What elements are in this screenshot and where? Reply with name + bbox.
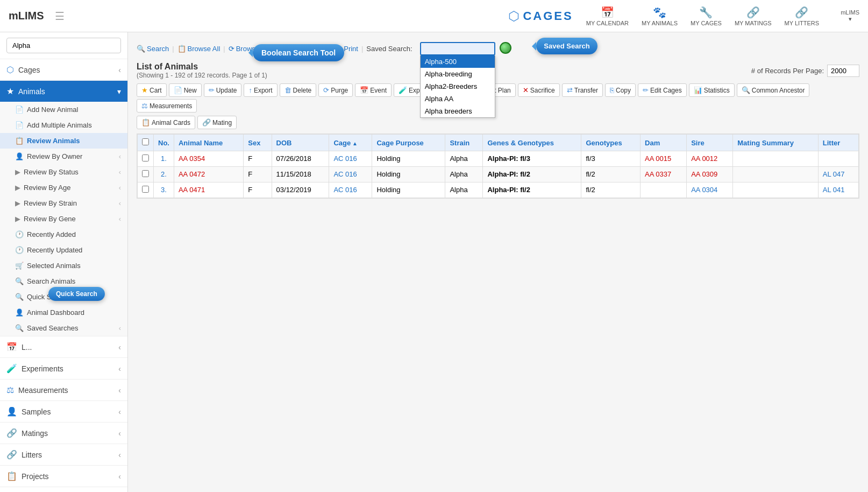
- sidebar-section-animals: ★ Animals ▾ 📄 Add New Animal 📄 Add Multi…: [0, 81, 127, 336]
- col-header-sire[interactable]: Sire: [687, 135, 733, 151]
- col-header-cage[interactable]: Cage: [329, 135, 372, 151]
- sidebar-item-review-by-age[interactable]: ▶ Review By Age ‹: [0, 180, 127, 195]
- sidebar-item-add-multiple-animals[interactable]: 📄 Add Multiple Animals: [0, 117, 127, 133]
- row1-checkbox[interactable]: [142, 154, 149, 161]
- sidebar-item-quick-search[interactable]: 🔍 Quick Search Quick Search: [0, 289, 127, 305]
- search-link[interactable]: 🔍 Search: [137, 45, 169, 53]
- sidebar-item-saved-searches[interactable]: 🔍 Saved Searches ‹: [0, 320, 127, 336]
- sidebar-item-selected-animals[interactable]: 🛒 Selected Animals: [0, 258, 127, 273]
- row1-no-link[interactable]: 1.: [161, 154, 167, 163]
- nav-my-cages[interactable]: 🔧 MY CAGES: [691, 6, 722, 26]
- sidebar-item-review-by-status[interactable]: ▶ Review By Status ‹: [0, 164, 127, 180]
- col-header-genes-genotypes[interactable]: Genes & Genotypes: [483, 135, 581, 151]
- experiments-section-icon: 🧪: [6, 363, 17, 374]
- col-header-animal-name[interactable]: Animal Name: [174, 135, 243, 151]
- nav-my-animals[interactable]: 🐾 MY ANIMALS: [642, 6, 678, 26]
- cart-button[interactable]: ★ Cart: [137, 83, 167, 97]
- nav-my-litters[interactable]: 🔗 MY LITTERS: [785, 6, 820, 26]
- sidebar-item-recently-updated[interactable]: 🕐 Recently Updated: [0, 242, 127, 258]
- brand-logo[interactable]: mLIMS: [9, 10, 44, 22]
- row2-dam-link[interactable]: AA 0337: [645, 170, 671, 178]
- sidebar-item-review-by-owner[interactable]: 👤 Review By Owner ‹: [0, 149, 127, 164]
- row3-no-link[interactable]: 3.: [161, 186, 167, 194]
- sidebar-section-header-litters[interactable]: 📅 L... ‹: [0, 336, 127, 357]
- saved-search-option-1[interactable]: Alpha-breeding: [421, 68, 495, 80]
- select-all-checkbox[interactable]: [142, 138, 149, 145]
- row2-animal-name-link[interactable]: AA 0472: [179, 170, 205, 178]
- saved-search-tooltip: Saved Search: [536, 38, 597, 54]
- sidebar-section-header-cages[interactable]: ⬡ Cages ‹: [0, 59, 127, 80]
- sidebar-item-review-animals[interactable]: 📋 Review Animals: [0, 133, 127, 149]
- row1-cage-link[interactable]: AC 016: [333, 154, 357, 163]
- user-menu[interactable]: mLIMS ▾: [841, 9, 859, 23]
- row2-mating-summary: [733, 167, 819, 182]
- sidebar-section-header-litters2[interactable]: 🔗 Litters ‹: [0, 444, 127, 465]
- saved-searches-icon: 🔍: [15, 324, 24, 332]
- row2-litter-link[interactable]: AL 047: [823, 170, 845, 178]
- sidebar-item-review-by-strain[interactable]: ▶ Review By Strain ‹: [0, 195, 127, 211]
- nav-my-matings[interactable]: 🔗 MY MATINGS: [735, 6, 772, 26]
- sidebar-item-recently-added[interactable]: 🕐 Recently Added: [0, 227, 127, 242]
- animals-icon: 🐾: [653, 6, 666, 19]
- saved-search-green-dot[interactable]: [500, 42, 511, 54]
- mating-button[interactable]: 🔗 Mating: [197, 116, 237, 129]
- col-header-strain[interactable]: Strain: [445, 135, 483, 151]
- row1-animal-name-link[interactable]: AA 0354: [179, 154, 205, 163]
- row3-animal-name-link[interactable]: AA 0471: [179, 186, 205, 194]
- sidebar-section-header-measurements[interactable]: ⚖ Measurements ‹: [0, 379, 127, 400]
- sidebar-section-header-experiments[interactable]: 🧪 Experiments ‹: [0, 358, 127, 379]
- projects-section-icon: 📋: [6, 471, 17, 481]
- records-per-page-input[interactable]: [827, 65, 859, 77]
- sidebar-section-header-matings[interactable]: 🔗 Matings ‹: [0, 423, 127, 444]
- row1-dam-link[interactable]: AA 0015: [645, 154, 671, 163]
- nav-my-calendar[interactable]: 📅 MY CALENDAR: [586, 6, 629, 26]
- sidebar-item-animal-dashboard[interactable]: 👤 Animal Dashboard: [0, 305, 127, 320]
- row2-no-link[interactable]: 2.: [161, 170, 167, 178]
- sidebar-section-header-projects[interactable]: 📋 Projects ‹: [0, 466, 127, 487]
- row2-sire-link[interactable]: AA 0309: [691, 170, 717, 178]
- sacrifice-button[interactable]: ✕ Sacrifice: [518, 83, 560, 97]
- saved-search-option-3[interactable]: Alpha AA: [421, 93, 495, 105]
- animal-cards-button[interactable]: 📋 Animal Cards: [137, 116, 195, 129]
- saved-search-input[interactable]: [420, 42, 495, 55]
- sidebar-section-header-animals[interactable]: ★ Animals ▾: [0, 81, 127, 102]
- col-header-sex[interactable]: Sex: [244, 135, 272, 151]
- sidebar-section-header-samples[interactable]: 👤 Samples ‹: [0, 401, 127, 422]
- saved-search-option-2[interactable]: Alpha2-Breeders: [421, 80, 495, 93]
- purge-button[interactable]: ⟳ Purge: [318, 83, 353, 97]
- col-header-mating-summary[interactable]: Mating Summary: [733, 135, 819, 151]
- edit-cages-button[interactable]: ✏ Edit Cages: [638, 83, 687, 97]
- col-header-checkbox[interactable]: [138, 135, 154, 151]
- sidebar-item-add-new-animal[interactable]: 📄 Add New Animal: [0, 102, 127, 117]
- col-header-dam[interactable]: Dam: [641, 135, 687, 151]
- new-button[interactable]: 📄 New: [169, 83, 202, 97]
- row3-checkbox[interactable]: [142, 186, 149, 193]
- transfer-button[interactable]: ⇄ Transfer: [562, 83, 603, 97]
- col-header-genotypes[interactable]: Genotypes: [581, 135, 641, 151]
- row3-cage-link[interactable]: AC 016: [333, 186, 357, 194]
- col-header-cage-purpose[interactable]: Cage Purpose: [372, 135, 445, 151]
- saved-search-option-0[interactable]: Alpha-500: [421, 55, 495, 68]
- measurements-section-icon: ⚖: [6, 385, 14, 395]
- row2-cage-link[interactable]: AC 016: [333, 170, 357, 178]
- copy-button[interactable]: ⎘ Copy: [605, 83, 636, 97]
- sidebar-item-review-by-gene[interactable]: ▶ Review By Gene ‹: [0, 211, 127, 227]
- delete-button[interactable]: 🗑 Delete: [280, 83, 317, 97]
- measurements-button[interactable]: ⚖ Measurements: [137, 99, 197, 113]
- col-header-litter[interactable]: Litter: [818, 135, 858, 151]
- sidebar-search-input[interactable]: [6, 38, 121, 53]
- update-button[interactable]: ✏ Update: [204, 83, 242, 97]
- export-button[interactable]: ↑ Export: [244, 83, 277, 97]
- saved-search-option-4[interactable]: Alpha breeders: [421, 105, 495, 117]
- hamburger-menu-icon[interactable]: ☰: [55, 10, 65, 23]
- statistics-button[interactable]: 📊 Statistics: [689, 83, 735, 97]
- browse-all-link[interactable]: 📋 Browse All: [177, 45, 220, 53]
- common-ancestor-button[interactable]: 🔍 Common Ancestor: [737, 83, 810, 97]
- row3-litter-link[interactable]: AL 041: [823, 186, 845, 194]
- row2-checkbox[interactable]: [142, 170, 149, 177]
- row3-sire-link[interactable]: AA 0304: [691, 186, 717, 194]
- col-header-dob[interactable]: DOB: [272, 135, 329, 151]
- event-button[interactable]: 📅 Event: [355, 83, 392, 97]
- saved-search-label: Saved Search:: [366, 45, 412, 53]
- row1-sire-link[interactable]: AA 0012: [691, 154, 717, 163]
